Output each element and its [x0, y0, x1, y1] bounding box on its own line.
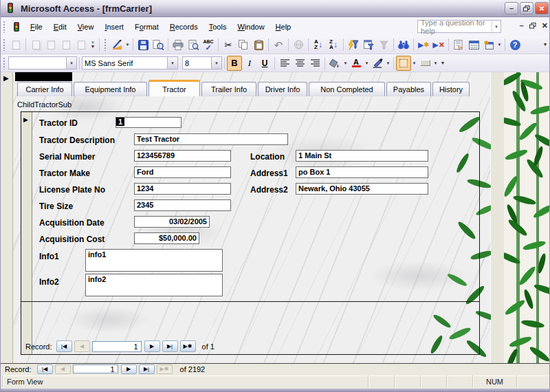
menu-insert[interactable]: Insert [99, 20, 129, 34]
address2-field[interactable]: Newark, Ohio 43055 [296, 183, 428, 195]
chevron-down-icon[interactable]: ▼ [66, 57, 76, 69]
toolbar-grip[interactable] [3, 21, 6, 33]
tab-driver-info[interactable]: Driver Info [258, 82, 307, 96]
next-record-button[interactable]: ▶ [121, 364, 137, 374]
object-select-combo[interactable]: ▼ [8, 56, 77, 69]
spelling-button[interactable]: ABC ✓ [201, 37, 216, 52]
tab-carrier-info[interactable]: Carrier Info [17, 82, 72, 96]
toolbar-options-button[interactable]: ▼ [439, 56, 447, 70]
acquisition-date-field[interactable]: 03/02/2005 [134, 216, 210, 228]
sort-descending-button[interactable]: ZA ↓ [326, 37, 341, 52]
info1-field[interactable]: info1 [85, 249, 223, 272]
new-record-button[interactable]: ▶ ✱ [416, 37, 431, 52]
form-record-selector[interactable]: ▶ [1, 72, 13, 363]
mdi-close-button[interactable]: ✕ [542, 21, 548, 30]
menu-window[interactable]: Window [232, 20, 270, 34]
menu-file[interactable]: File [25, 20, 48, 34]
toolbar-grip[interactable] [3, 57, 6, 69]
filter-by-form-button[interactable] [361, 37, 376, 52]
delete-record-button[interactable]: ▶ ✕ [431, 37, 446, 52]
tab-non-completed[interactable]: Non Completed [309, 82, 385, 96]
line-color-button[interactable] [370, 56, 385, 71]
toolbar-options-button[interactable]: ▼ [541, 38, 549, 52]
special-effect-button[interactable] [417, 56, 432, 71]
subform-record-selector[interactable]: ▶ [21, 112, 32, 354]
mdi-restore-button[interactable] [529, 23, 536, 29]
first-record-button[interactable]: |◀ [37, 364, 53, 374]
fill-color-button[interactable] [327, 56, 342, 71]
chevron-down-icon[interactable]: ▼ [211, 57, 221, 69]
menu-format[interactable]: Format [129, 20, 164, 34]
bold-button[interactable]: B [227, 56, 242, 71]
serial-number-field[interactable]: 123456789 [134, 150, 231, 162]
toolbar-grip[interactable] [104, 39, 107, 51]
current-record-input[interactable]: 1 [73, 364, 118, 373]
tab-history[interactable]: History [432, 82, 470, 96]
tab-trailer-info[interactable]: Trailer Info [201, 82, 256, 96]
tab-payables[interactable]: Payables [386, 82, 431, 96]
fill-color-dropdown-icon[interactable]: ▼ [342, 61, 349, 65]
first-record-button[interactable]: |◀ [56, 340, 72, 352]
font-color-dropdown-icon[interactable]: ▼ [364, 61, 370, 65]
align-right-button[interactable] [307, 56, 322, 71]
location-field[interactable]: 1 Main St [296, 150, 428, 162]
form-system-icon[interactable] [11, 21, 22, 32]
menu-edit[interactable]: Edit [48, 20, 72, 34]
chevron-down-icon[interactable]: ▼ [167, 57, 177, 69]
mdi-minimize-button[interactable]: – [520, 21, 524, 30]
database-window-button[interactable] [466, 37, 481, 52]
line-color-dropdown-icon[interactable]: ▼ [385, 61, 391, 65]
special-effect-dropdown-icon[interactable]: ▼ [432, 61, 439, 65]
toolbar-overflow-button[interactable]: »▼ [89, 38, 97, 52]
license-plate-field[interactable]: 1234 [134, 183, 231, 195]
save-button[interactable] [135, 37, 151, 52]
current-record-input[interactable]: 1 [92, 341, 142, 352]
print-button[interactable] [170, 37, 186, 52]
acquisition-cost-field[interactable]: $50,000.00 [134, 232, 199, 244]
toolbar-grip[interactable] [3, 39, 6, 51]
font-size-combo[interactable]: 8 ▼ [182, 56, 222, 69]
paste-button[interactable] [251, 37, 266, 52]
last-record-button[interactable]: ▶| [139, 364, 155, 374]
view-button[interactable] [109, 37, 124, 52]
align-center-button[interactable] [292, 56, 307, 71]
next-record-button[interactable]: ▶ [144, 340, 160, 352]
tractor-make-field[interactable]: Ford [134, 166, 231, 178]
file-search-button[interactable] [151, 37, 166, 52]
menu-records[interactable]: Records [164, 20, 204, 34]
menu-tools[interactable]: Tools [204, 20, 232, 34]
print-preview-button[interactable] [186, 37, 201, 52]
menu-view[interactable]: View [72, 20, 100, 34]
selected-text-highlight[interactable] [15, 72, 72, 81]
restore-button[interactable] [520, 2, 534, 14]
border-width-dropdown-icon[interactable]: ▼ [411, 61, 417, 65]
new-object-dropdown-icon[interactable]: ▼ [496, 43, 503, 47]
tractor-description-field[interactable]: Test Tractor [134, 133, 288, 145]
help-button[interactable]: ? [507, 37, 522, 52]
filter-by-selection-button[interactable] [346, 37, 361, 52]
minimize-button[interactable]: – [505, 2, 518, 14]
new-object-button[interactable]: ✱ [481, 37, 496, 52]
properties-button[interactable] [451, 37, 466, 52]
tire-size-field[interactable]: 2345 [134, 199, 231, 211]
cut-button[interactable]: ✂ [221, 37, 236, 52]
view-dropdown-icon[interactable]: ▼ [124, 43, 131, 47]
tab-equipment-info[interactable]: Equipment Info [74, 82, 147, 96]
italic-button[interactable]: I [242, 56, 257, 71]
info2-field[interactable]: info2 [85, 274, 223, 296]
chevron-down-icon[interactable]: ▼ [492, 21, 500, 32]
last-record-button[interactable]: ▶| [162, 340, 178, 352]
new-record-nav-button[interactable]: ▶✱ [180, 340, 196, 352]
tab-tractor[interactable]: Tractor [148, 80, 200, 96]
font-color-button[interactable]: A [349, 56, 364, 71]
close-button[interactable]: ✕ [535, 2, 549, 14]
help-question-input[interactable]: Type a question for help ▼ [417, 20, 501, 33]
align-left-button[interactable] [277, 56, 292, 71]
address1-field[interactable]: po Box 1 [296, 166, 428, 178]
line-border-width-button[interactable] [396, 56, 411, 71]
copy-button[interactable] [236, 37, 251, 52]
menu-help[interactable]: Help [270, 20, 297, 34]
sort-ascending-button[interactable]: AZ ↓ [311, 37, 326, 52]
find-button[interactable] [396, 37, 411, 52]
tractor-id-field[interactable]: 1 [116, 117, 182, 128]
